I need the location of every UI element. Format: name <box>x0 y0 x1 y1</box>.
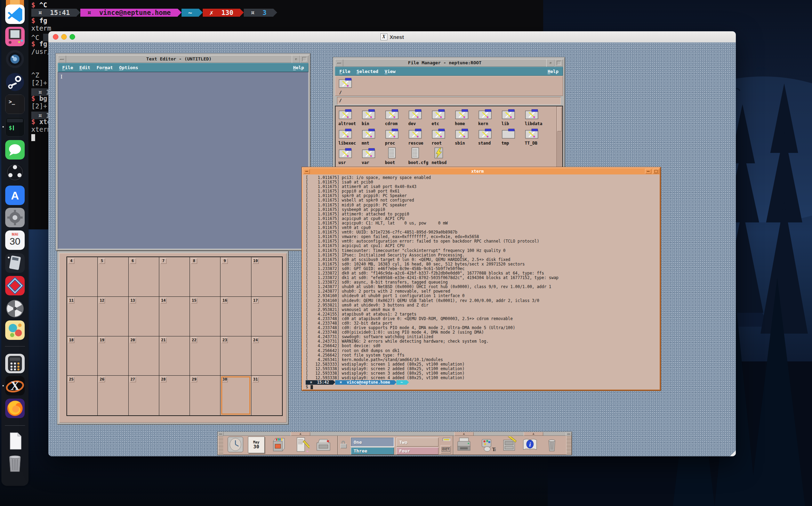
maximize-button[interactable] <box>555 59 563 67</box>
minimize-button[interactable] <box>645 169 651 174</box>
menu-format[interactable]: Format <box>94 64 116 71</box>
dock-icon-steam[interactable] <box>5 72 25 92</box>
file-icon-tmp[interactable]: tmp <box>501 128 524 146</box>
file-icon-boot[interactable]: boot <box>385 147 408 165</box>
calendar-window[interactable]: 4567891011121314151617181920212223242526… <box>57 251 289 425</box>
day-button-21[interactable]: 21 <box>160 337 167 343</box>
menu-selected[interactable]: Selected <box>353 68 381 75</box>
file-icon-cdrom[interactable]: cdrom <box>385 108 408 126</box>
calendar-cell-25[interactable]: 25 <box>67 376 98 415</box>
menu-options[interactable]: Options <box>116 64 142 71</box>
clock-icon[interactable] <box>227 436 243 452</box>
day-button-8[interactable]: 8 <box>191 258 197 264</box>
calendar-cell-26[interactable]: 26 <box>98 376 128 415</box>
file-manager-window[interactable]: File Manager - neptune:ROOT FileSelected… <box>333 57 565 171</box>
day-button-16[interactable]: 16 <box>222 298 228 303</box>
xterm-titlebar[interactable]: xterm <box>303 168 660 174</box>
current-folder-icon[interactable] <box>338 77 352 90</box>
day-button-29[interactable]: 29 <box>191 377 197 382</box>
calendar-cell-6[interactable]: 6 <box>129 257 159 297</box>
day-button-19[interactable]: 19 <box>99 337 105 343</box>
subpanel-arrow-tab[interactable]: ▲ <box>524 432 543 436</box>
panel-calendar-icon[interactable]: May30 <box>248 436 265 453</box>
calendar-cell-29[interactable]: 29 <box>190 376 220 415</box>
dock-icon-calendar[interactable]: MAI30 <box>5 230 25 250</box>
day-button-28[interactable]: 28 <box>160 377 167 382</box>
file-icon-rescue[interactable]: rescue <box>408 128 431 146</box>
file-icon-home[interactable]: home <box>455 108 478 126</box>
calendar-cell-27[interactable]: 27 <box>129 376 159 415</box>
calendar-cell-28[interactable]: 28 <box>159 376 190 415</box>
day-button-25[interactable]: 25 <box>68 377 74 382</box>
file-icon-netbsd[interactable]: netbsd <box>432 147 455 165</box>
day-button-27[interactable]: 27 <box>130 377 136 382</box>
xterm-content[interactable]: [ 1.011675] pci3: i/o space, memory spac… <box>303 174 660 390</box>
day-button-23[interactable]: 23 <box>222 337 228 343</box>
menu-view[interactable]: View <box>381 68 399 75</box>
window-menu-button[interactable] <box>58 55 66 63</box>
panel-menu-button[interactable] <box>218 432 224 436</box>
file-icon-var[interactable]: var <box>362 147 385 165</box>
file-icon-bin[interactable]: bin <box>362 108 385 126</box>
minimize-button[interactable] <box>546 59 555 67</box>
maximize-button[interactable] <box>653 169 659 174</box>
calendar-cell-18[interactable]: 18 <box>67 336 98 376</box>
calendar-cell-5[interactable]: 5 <box>98 257 128 297</box>
day-button-10[interactable]: 10 <box>252 258 259 264</box>
dock-icon-app-store[interactable]: A <box>5 186 25 205</box>
dock-icon-camera-lens[interactable] <box>5 49 25 69</box>
file-icon-lib[interactable]: lib <box>501 108 524 126</box>
calendar-cell-24[interactable]: 24 <box>251 336 282 376</box>
dock-icon-document[interactable] <box>5 431 25 451</box>
exit-button[interactable]: EXIT <box>441 445 451 454</box>
day-button-14[interactable]: 14 <box>160 298 167 303</box>
day-button-24[interactable]: 24 <box>252 337 259 343</box>
calendar-cell-16[interactable]: 16 <box>220 297 251 336</box>
dock-icon-iterm[interactable]: $ <box>5 117 25 137</box>
file-icon-usr[interactable]: usr <box>338 147 361 165</box>
text-editor-content[interactable]: I <box>58 72 308 249</box>
file-icon-dev[interactable]: dev <box>408 108 431 126</box>
day-button-18[interactable]: 18 <box>68 337 74 343</box>
subpanel-arrow-tab[interactable]: ▲ <box>291 432 310 436</box>
calendar-cell-21[interactable]: 21 <box>159 336 190 376</box>
day-button-17[interactable]: 17 <box>252 298 259 303</box>
printer-icon[interactable] <box>456 436 472 452</box>
file-icon-libexec[interactable]: libexec <box>338 128 361 146</box>
path-field[interactable]: / <box>337 97 561 105</box>
menu-help[interactable]: Help <box>545 68 562 75</box>
day-button-12[interactable]: 12 <box>99 298 105 303</box>
mail-icon[interactable] <box>315 436 331 452</box>
day-button-7[interactable]: 7 <box>160 258 167 264</box>
file-icon-root[interactable]: root <box>432 128 455 146</box>
xnest-window[interactable]: X Xnest 45678910111213141516171819202122… <box>48 31 736 456</box>
calendar-cell-15[interactable]: 15 <box>190 297 220 336</box>
workspace-button-one[interactable]: One <box>351 438 394 447</box>
lock-display-icon[interactable] <box>340 440 347 449</box>
calendar-cell-14[interactable]: 14 <box>159 297 190 336</box>
calendar-cell-8[interactable]: 8 <box>190 257 220 297</box>
day-button-5[interactable]: 5 <box>99 258 105 264</box>
calendar-cell-30[interactable]: 30 <box>220 376 251 415</box>
panel-move-handle[interactable] <box>566 436 571 455</box>
calendar-cell-4[interactable]: 4 <box>67 257 98 297</box>
front-panel[interactable]: ▲ ▲ ▲ May30 OneTwoThreeFour EXIT Tti <box>217 432 572 455</box>
dock-icon-color-wheel[interactable] <box>5 299 25 318</box>
file-icon-stand[interactable]: stand <box>478 128 501 146</box>
file-manager-titlebar[interactable]: File Manager - neptune:ROOT <box>335 59 563 67</box>
file-icon-etc[interactable]: etc <box>432 108 455 126</box>
maximize-button[interactable] <box>300 55 308 63</box>
workspace-button-two[interactable]: Two <box>396 438 439 447</box>
calendar-cell-9[interactable]: 9 <box>220 257 251 297</box>
close-button[interactable] <box>53 34 58 40</box>
text-editor-window[interactable]: Text Editor - (UNTITLED) FileEditFormatO… <box>56 53 311 251</box>
calendar-cell-23[interactable]: 23 <box>220 336 251 376</box>
calendar-cell-12[interactable]: 12 <box>98 297 128 336</box>
file-icon-view[interactable]: altrootbincdromdevetchomekernliblibdatal… <box>335 106 563 169</box>
menu-file[interactable]: File <box>59 64 76 71</box>
applications-icon[interactable] <box>501 436 517 452</box>
day-button-4[interactable]: 4 <box>68 258 74 264</box>
file-icon-mnt[interactable]: mnt <box>362 128 385 146</box>
file-icon-sbin[interactable]: sbin <box>455 128 478 146</box>
dock-icon-calculator[interactable] <box>5 354 25 373</box>
